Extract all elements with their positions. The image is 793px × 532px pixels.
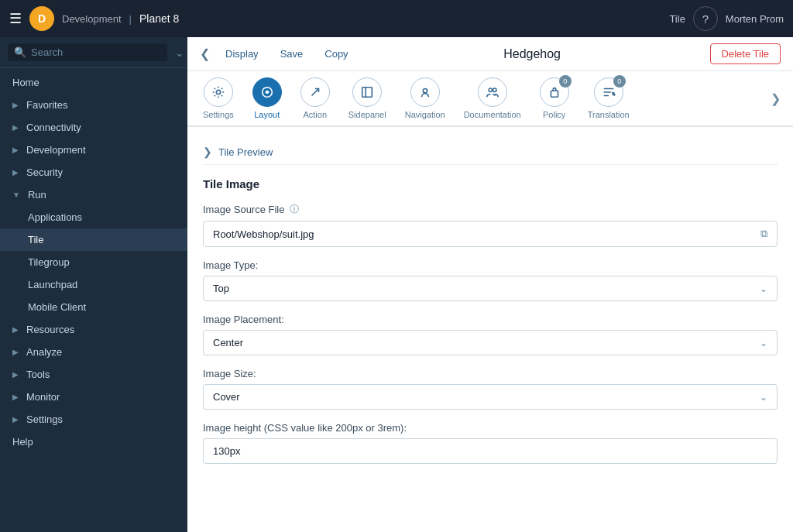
navigation-tab-label: Navigation xyxy=(405,110,445,119)
content-area: ❮ Display Save Copy Hedgehog Delete Tile… xyxy=(187,37,793,532)
sidebar-nav: Home ▶ Favorites ▶ Connectivity ▶ Develo… xyxy=(0,68,187,532)
sidebar-item-favorites[interactable]: ▶ Favorites xyxy=(0,94,187,116)
sidebar-item-mobile-client[interactable]: Mobile Client xyxy=(0,296,187,318)
translation-badge: 0 xyxy=(613,75,626,88)
search-box[interactable]: 🔍 xyxy=(8,43,167,61)
delete-tile-button[interactable]: Delete Tile xyxy=(710,43,781,64)
form-area: ❯ Tile Preview Tile Image Image Source F… xyxy=(187,127,793,532)
sidebar-item-connectivity[interactable]: ▶ Connectivity xyxy=(0,116,187,139)
policy-badge: 0 xyxy=(559,75,572,88)
image-type-label: Image Type: xyxy=(203,259,778,271)
logo: D xyxy=(29,6,54,31)
content-header: ❮ Display Save Copy Hedgehog Delete Tile xyxy=(187,37,793,71)
sidebar-item-tilegroup[interactable]: Tilegroup xyxy=(0,251,187,273)
save-button[interactable]: Save xyxy=(274,45,310,63)
planet-label: Planet 8 xyxy=(139,12,179,25)
chevron-right-icon: ▶ xyxy=(12,370,19,379)
sidebar-search-area: 🔍 ⌄ ⌃ xyxy=(0,37,187,68)
env-label: Development xyxy=(62,13,122,25)
tab-translation[interactable]: 0 Translation xyxy=(578,71,639,125)
tabs-more-button[interactable]: ❯ xyxy=(764,85,787,112)
documentation-tab-label: Documentation xyxy=(464,110,521,119)
policy-tab-label: Policy xyxy=(543,110,565,119)
layout-tab-icon xyxy=(252,77,282,107)
display-button[interactable]: Display xyxy=(219,45,265,63)
svg-point-5 xyxy=(489,88,493,92)
chevron-right-icon: ▶ xyxy=(12,415,19,424)
svg-rect-2 xyxy=(362,88,372,98)
image-type-select[interactable]: Top ⌄ xyxy=(203,276,778,301)
sidebar-item-launchpad[interactable]: Launchpad xyxy=(0,273,187,296)
tile-preview-row[interactable]: ❯ Tile Preview xyxy=(203,139,778,165)
chevron-right-icon: ▶ xyxy=(12,101,19,109)
chevron-right-icon: ▶ xyxy=(12,168,19,177)
help-button[interactable]: ? xyxy=(693,6,718,31)
sidebar-item-development[interactable]: ▶ Development xyxy=(0,139,187,161)
user-label: Morten Prom xyxy=(726,13,784,25)
tab-sidepanel[interactable]: Sidepanel xyxy=(339,71,396,125)
image-source-input[interactable]: Root/Webshop/suit.jpg ⧉ xyxy=(203,221,778,247)
sidebar-item-help[interactable]: Help xyxy=(0,431,187,453)
chevron-right-icon: ▶ xyxy=(12,325,19,334)
section-title: Tile Image xyxy=(203,177,778,190)
sidebar-item-monitor[interactable]: ▶ Monitor xyxy=(0,386,187,408)
image-height-group: Image height (CSS value like 200px or 3r… xyxy=(203,422,778,464)
svg-point-6 xyxy=(493,88,496,92)
sidepanel-tab-label: Sidepanel xyxy=(348,110,386,119)
page-title: Hedgehog xyxy=(364,47,701,61)
sidebar-item-tools[interactable]: ▶ Tools xyxy=(0,363,187,386)
help-icon[interactable]: ⓘ xyxy=(290,203,299,216)
tabs-bar: Settings Layout Action Sid xyxy=(187,71,793,127)
image-size-group: Image Size: Cover ⌄ xyxy=(203,368,778,410)
copy-button[interactable]: Copy xyxy=(318,45,354,63)
image-source-group: Image Source File ⓘ Root/Webshop/suit.jp… xyxy=(203,203,778,247)
topbar: ☰ D Development | Planet 8 Tile ? Morten… xyxy=(0,0,793,37)
image-source-label: Image Source File ⓘ xyxy=(203,203,778,216)
image-height-input[interactable] xyxy=(203,438,778,464)
chevron-right-icon: ▶ xyxy=(12,348,19,356)
sidebar-item-security[interactable]: ▶ Security xyxy=(0,161,187,184)
collapse-down-button[interactable]: ⌄ xyxy=(172,45,187,60)
chevron-right-icon: ▶ xyxy=(12,146,19,154)
tab-action[interactable]: Action xyxy=(291,71,339,125)
tile-label: Tile xyxy=(669,13,685,25)
image-size-label: Image Size: xyxy=(203,368,778,379)
sidebar-item-settings[interactable]: ▶ Settings xyxy=(0,408,187,431)
image-size-select[interactable]: Cover ⌄ xyxy=(203,384,778,410)
sidebar-item-home[interactable]: Home xyxy=(0,71,187,94)
tab-navigation[interactable]: Navigation xyxy=(396,71,455,125)
chevron-down-icon: ⌄ xyxy=(760,283,767,294)
tab-documentation[interactable]: Documentation xyxy=(455,71,530,125)
tab-policy[interactable]: 0 Policy xyxy=(530,71,578,125)
navigation-tab-icon xyxy=(410,77,440,107)
sidepanel-tab-icon xyxy=(352,77,382,107)
sidebar-item-analyze[interactable]: ▶ Analyze xyxy=(0,341,187,363)
image-placement-label: Image Placement: xyxy=(203,314,778,325)
menu-icon[interactable]: ☰ xyxy=(9,10,22,27)
image-type-group: Image Type: Top ⌄ xyxy=(203,259,778,301)
action-tab-label: Action xyxy=(303,110,327,119)
chevron-down-icon: ▼ xyxy=(12,190,20,199)
policy-tab-icon: 0 xyxy=(540,77,569,107)
image-placement-group: Image Placement: Center ⌄ xyxy=(203,314,778,355)
sidebar-item-run[interactable]: ▼ Run xyxy=(0,184,187,206)
separator: | xyxy=(129,13,132,25)
tab-layout[interactable]: Layout xyxy=(243,71,291,127)
documentation-tab-icon xyxy=(478,77,507,107)
chevron-down-icon: ⌄ xyxy=(760,338,767,348)
chevron-right-icon: ▶ xyxy=(12,123,19,132)
tab-settings[interactable]: Settings xyxy=(194,71,243,125)
svg-point-4 xyxy=(423,89,427,93)
settings-tab-icon xyxy=(204,77,233,107)
settings-tab-label: Settings xyxy=(203,110,234,119)
back-button[interactable]: ❮ xyxy=(200,46,210,61)
tile-preview-label: Tile Preview xyxy=(218,146,273,158)
search-input[interactable] xyxy=(31,46,161,58)
sidebar-item-resources[interactable]: ▶ Resources xyxy=(0,318,187,341)
sidebar-item-tile[interactable]: Tile xyxy=(0,228,187,251)
search-icon: 🔍 xyxy=(14,46,26,58)
copy-icon[interactable]: ⧉ xyxy=(760,228,767,240)
svg-point-0 xyxy=(216,90,220,94)
sidebar-item-applications[interactable]: Applications xyxy=(0,206,187,228)
image-placement-select[interactable]: Center ⌄ xyxy=(203,330,778,355)
